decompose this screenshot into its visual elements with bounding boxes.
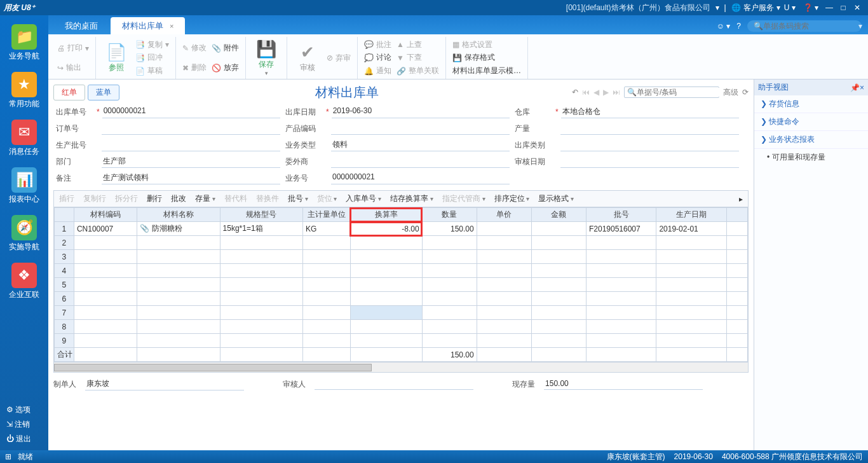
- biztype-field[interactable]: 领料: [331, 139, 510, 151]
- save-button[interactable]: 💾保存▾: [251, 38, 281, 78]
- output-button[interactable]: ↪ 输出: [56, 62, 90, 74]
- sort-button[interactable]: 排序定位: [494, 193, 530, 204]
- col-spec[interactable]: 规格型号: [220, 208, 302, 222]
- order-field[interactable]: [102, 122, 280, 135]
- nav-implement[interactable]: 🧭实施导航: [9, 215, 39, 252]
- help-icon[interactable]: ?: [736, 22, 741, 31]
- customer-service-link[interactable]: 客户服务: [743, 3, 774, 13]
- auditdate-field[interactable]: [560, 155, 739, 168]
- abandon-button[interactable]: ⊘ 弃审: [325, 52, 352, 64]
- nav-business[interactable]: 📁业务导航: [9, 24, 39, 62]
- nav-exit[interactable]: ⏻ 退出: [0, 432, 48, 446]
- tab-desktop[interactable]: 我的桌面: [53, 17, 109, 34]
- close-icon[interactable]: ×: [860, 83, 864, 92]
- table-row[interactable]: 9: [55, 334, 748, 348]
- advanced-link[interactable]: 高级: [723, 87, 738, 98]
- grid-more-icon[interactable]: ▸: [739, 195, 743, 204]
- nav-options[interactable]: ⚙ 选项: [0, 403, 48, 417]
- reference-button[interactable]: 📄参照: [101, 38, 132, 78]
- col-price[interactable]: 单价: [477, 208, 531, 222]
- cprow-button[interactable]: 复制行: [83, 193, 106, 204]
- close-icon[interactable]: ×: [170, 22, 173, 30]
- doc-search-input[interactable]: [637, 88, 732, 97]
- attach-button[interactable]: 📎 附件: [210, 42, 240, 55]
- tab-material-out[interactable]: 材料出库单×: [111, 17, 185, 34]
- table-row[interactable]: 4: [55, 264, 748, 278]
- splitrow-button[interactable]: 拆分行: [115, 193, 138, 204]
- table-row[interactable]: 7: [55, 306, 748, 320]
- warehouse-field[interactable]: 本地合格仓: [561, 106, 739, 118]
- discuss-button[interactable]: 💭 讨论: [363, 52, 393, 64]
- insrow-button[interactable]: 插行: [59, 193, 74, 204]
- h-scrollbar[interactable]: [53, 363, 749, 373]
- audit-button[interactable]: ✔审核: [292, 38, 323, 78]
- col-amt[interactable]: 金额: [531, 208, 586, 222]
- table-row[interactable]: 2: [55, 236, 748, 250]
- out-no-field[interactable]: 0000000021: [102, 106, 280, 118]
- remark-field[interactable]: 生产测试领料: [102, 172, 280, 184]
- nav-messages[interactable]: ✉消息任务: [9, 120, 39, 157]
- conv-button[interactable]: 结存换算率: [390, 193, 433, 204]
- help-inventory[interactable]: ❯ 存货信息: [754, 95, 868, 113]
- help-sub-availability[interactable]: • 可用量和现存量: [754, 149, 868, 166]
- table-row[interactable]: 3: [55, 250, 748, 264]
- smile-icon[interactable]: ☺ ▾: [717, 22, 731, 31]
- outtype-field[interactable]: [560, 139, 739, 151]
- saveformat-button[interactable]: 💾 保存格式: [451, 52, 522, 64]
- notify-button[interactable]: 🔔 通知: [363, 65, 393, 78]
- prodbatch-field[interactable]: [102, 139, 280, 151]
- nav-logout[interactable]: ⇲ 注销: [0, 417, 48, 432]
- giveup-button[interactable]: 🚫 放弃: [210, 62, 240, 74]
- col-matname[interactable]: 材料名称: [137, 208, 220, 222]
- batchmod-button[interactable]: 批改: [171, 193, 186, 204]
- delete-button[interactable]: ✖ 删除: [181, 62, 208, 74]
- repp-button[interactable]: 替换件: [256, 193, 279, 204]
- help-shortcut[interactable]: ❯ 快捷命令: [754, 113, 868, 131]
- table-row[interactable]: 1CN100007📎 防潮糖粉15kg*1=1箱KG-8.00150.00F20…: [55, 222, 748, 236]
- nav-enterprise[interactable]: ❖企业互联: [9, 263, 39, 300]
- col-unit[interactable]: 主计量单位: [302, 208, 350, 222]
- pin-icon[interactable]: 📌: [850, 83, 860, 92]
- outsource-field[interactable]: [331, 155, 510, 168]
- out-date-field[interactable]: 2019-06-30: [332, 106, 510, 118]
- dropdown-icon[interactable]: ▾: [776, 3, 780, 12]
- stock-button[interactable]: 存量: [195, 193, 215, 204]
- up-button[interactable]: ▲ 上查: [395, 38, 440, 51]
- help-reports[interactable]: ❯ 业务状态报表: [754, 131, 868, 149]
- minimize-button[interactable]: —: [822, 3, 836, 12]
- bizno-field[interactable]: 0000000021: [331, 172, 510, 184]
- format-button[interactable]: ▦ 格式设置: [451, 38, 522, 51]
- last-icon[interactable]: ⏭: [613, 88, 620, 97]
- inno-button[interactable]: 入库单号: [346, 193, 381, 204]
- flush-button[interactable]: 📑 回冲: [134, 52, 170, 64]
- undo-icon[interactable]: ↶: [572, 88, 578, 97]
- next-icon[interactable]: ▶: [603, 88, 609, 97]
- red-tab[interactable]: 红单: [53, 85, 85, 100]
- nav-reports[interactable]: 📊报表中心: [9, 167, 39, 205]
- first-icon[interactable]: ⏮: [582, 88, 590, 97]
- expand-icon[interactable]: ⊞: [5, 452, 11, 461]
- whole-button[interactable]: 🔗 整单关联: [395, 65, 440, 78]
- down-button[interactable]: ▼ 下查: [395, 52, 440, 64]
- dispmode-button[interactable]: 材料出库单显示模…: [451, 65, 522, 78]
- col-pdate[interactable]: 生产日期: [656, 208, 726, 222]
- grid[interactable]: 材料编码 材料名称 规格型号 主计量单位 换算率 数量 单价 金额 批号 生产日…: [53, 207, 749, 363]
- product-field[interactable]: [331, 122, 510, 135]
- col-matcode[interactable]: 材料编码: [74, 208, 137, 222]
- table-row[interactable]: 8: [55, 320, 748, 334]
- modify-button[interactable]: ✎ 修改: [181, 42, 208, 55]
- prev-icon[interactable]: ◀: [593, 88, 599, 97]
- col-qty[interactable]: 数量: [422, 208, 477, 222]
- draft-button[interactable]: 📄 草稿: [134, 65, 170, 78]
- repl-button[interactable]: 替代料: [224, 193, 247, 204]
- table-row[interactable]: 6: [55, 292, 748, 306]
- barcode-search[interactable]: 🔍▾: [747, 20, 862, 32]
- nav-favorites[interactable]: ★常用功能: [9, 72, 39, 109]
- col-rate[interactable]: 换算率: [350, 208, 422, 222]
- print-button[interactable]: 🖨 打印 ▾: [56, 42, 90, 55]
- batchno-button[interactable]: 批号: [288, 193, 308, 204]
- disp-button[interactable]: 显示格式: [538, 193, 574, 204]
- output-field[interactable]: [560, 122, 739, 135]
- loc-button[interactable]: 货位: [317, 193, 337, 204]
- keeper-button[interactable]: 指定代管商: [442, 193, 485, 204]
